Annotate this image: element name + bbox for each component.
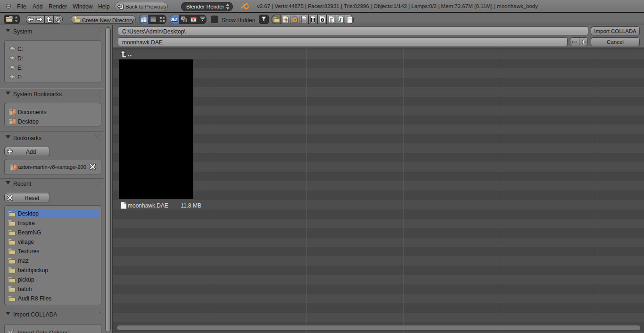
svg-text:F: F (330, 17, 333, 23)
